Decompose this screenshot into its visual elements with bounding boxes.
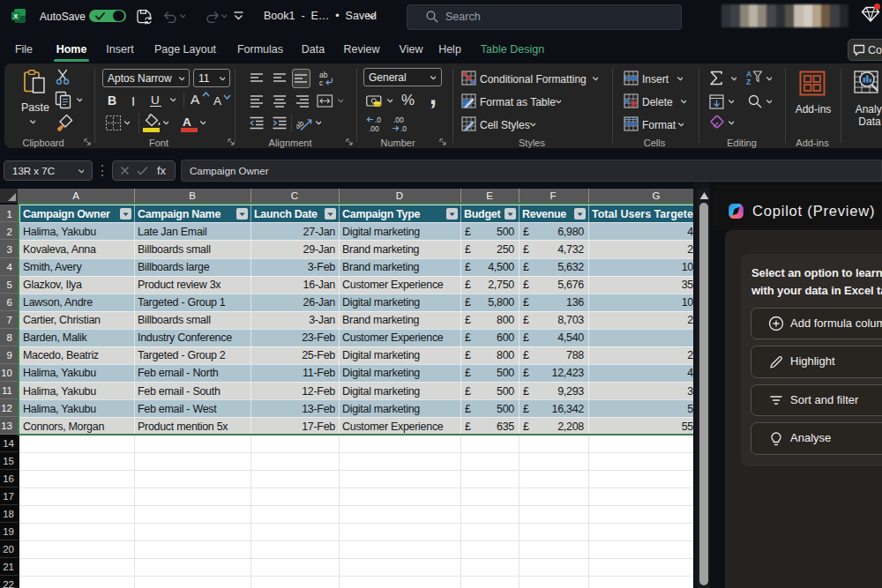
svg-text:.0: .0 (375, 115, 381, 124)
svg-text:.0: .0 (400, 124, 407, 133)
svg-text:c: c (319, 78, 324, 87)
svg-text:.00: .00 (369, 124, 379, 133)
svg-text:.00: .00 (393, 115, 404, 124)
svg-text:X: X (13, 12, 18, 20)
svg-text:ab: ab (296, 118, 305, 130)
svg-text:Z: Z (746, 78, 751, 86)
